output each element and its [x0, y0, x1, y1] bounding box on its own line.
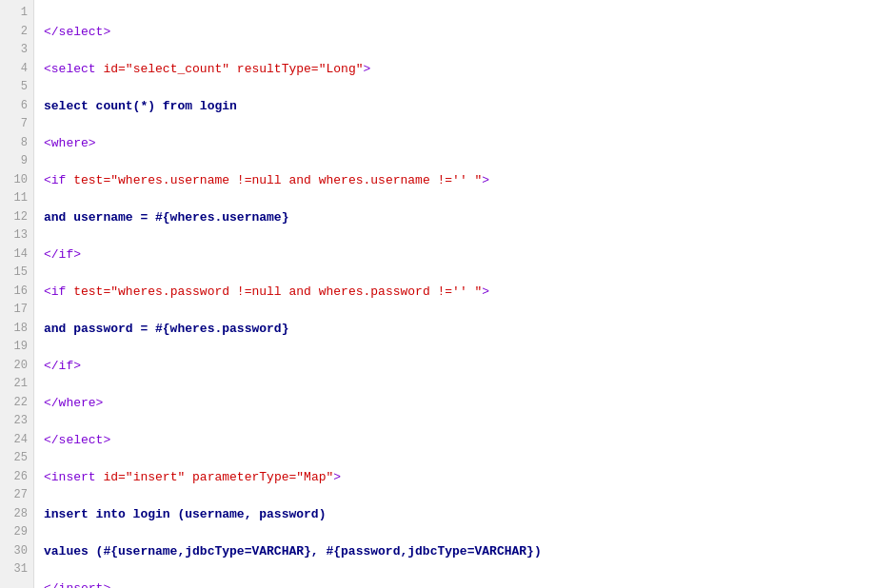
- code-line-8: <if test="wheres.password !=null and whe…: [44, 283, 862, 302]
- code-line-1: </select>: [44, 23, 862, 42]
- code-line-6: and username = #{wheres.username}: [44, 208, 862, 227]
- code-line-11: </where>: [44, 394, 862, 413]
- code-line-14: insert into login (username, password): [44, 505, 862, 524]
- code-line-4: <where>: [44, 134, 862, 153]
- code-line-2: <select id="select_count" resultType="Lo…: [44, 60, 862, 79]
- line-numbers: 1 2 3 4 5 6 7 8 9 10 11 12 13 14 15 16 1…: [0, 0, 34, 588]
- code-line-12: </select>: [44, 431, 862, 450]
- code-line-5: <if test="wheres.username !=null and whe…: [44, 171, 862, 190]
- editor-container: 1 2 3 4 5 6 7 8 9 10 11 12 13 14 15 16 1…: [0, 0, 872, 588]
- code-line-16: </insert>: [44, 579, 862, 589]
- code-line-9: and password = #{wheres.password}: [44, 320, 862, 339]
- code-line-15: values (#{username,jdbcType=VARCHAR}, #{…: [44, 542, 862, 561]
- code-line-13: <insert id="insert" parameterType="Map">: [44, 468, 862, 487]
- code-line-3: select count(*) from login: [44, 97, 862, 116]
- code-area[interactable]: </select> <select id="select_count" resu…: [34, 0, 872, 588]
- code-line-10: </if>: [44, 357, 862, 376]
- code-line-7: </if>: [44, 245, 862, 265]
